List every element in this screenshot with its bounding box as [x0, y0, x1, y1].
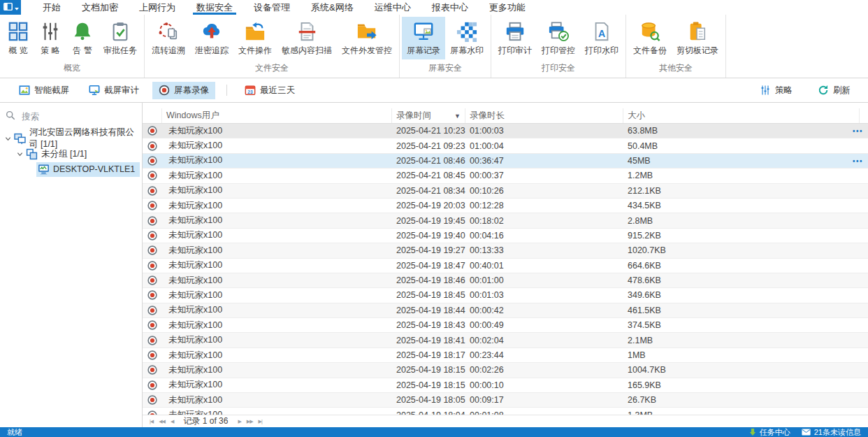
table-row[interactable]: 未知玩家x1002025-04-19 18:45:1100:01:03349.6… — [143, 288, 868, 303]
menu-tab-3[interactable]: 上网行为 — [129, 0, 186, 15]
table-row[interactable]: 未知玩家x1002025-04-19 20:03:5000:12:28434.5… — [143, 199, 868, 213]
cell-size: 1.2MB — [623, 171, 868, 180]
table-row[interactable]: 未知玩家x1002025-04-21 08:46:0400:36:4745MB•… — [143, 154, 868, 169]
status-ready-label: 就绪 — [7, 427, 22, 437]
table-row[interactable]: 未知玩家x1002025-04-19 18:46:1600:01:00478.6… — [143, 273, 868, 288]
menu-tab-4[interactable]: 数据安全 — [186, 0, 243, 15]
row-actions-menu-icon[interactable]: ••• — [853, 127, 863, 135]
ribbon-group-label: 概览 — [2, 62, 142, 78]
tree-node-desktop-vlktle1[interactable]: DESKTOP-VLKTLE1 — [0, 162, 142, 177]
cell-record-time: 2025-04-19 18:47:17 — [392, 261, 465, 271]
ribbon-item-folder-back[interactable]: 文件操作 — [233, 17, 277, 59]
table-row[interactable]: 未知玩家x1002025-04-21 08:45:2600:00:371.2MB — [143, 169, 868, 183]
table-row[interactable]: 未知玩家x1002025-04-19 18:47:1700:40:01664.6… — [143, 259, 868, 273]
column-header-label: 大小 — [628, 110, 645, 122]
ribbon-item-clipboard-record[interactable]: 剪切板记录 — [672, 17, 723, 59]
ribbon-item-folder-out[interactable]: 文件外发管控 — [337, 17, 397, 59]
tree-node-河北安固云网络科技有限公司-1-1-[interactable]: 河北安固云网络科技有限公司 [1/1] — [0, 131, 142, 146]
table-row[interactable]: 未知玩家x1002025-04-19 18:17:4600:23:441MB — [143, 348, 868, 363]
column-header-size[interactable]: 大小 — [623, 108, 860, 123]
ribbon-item-leak-cloud[interactable]: 泄密追踪 — [190, 17, 233, 59]
menu-tab-5[interactable]: 设备管理 — [243, 0, 301, 15]
pagination-bar: |◀◀◀◀记录 1 of 36▶▶▶▶| — [143, 415, 868, 427]
cell-record-duration: 01:00:03 — [465, 126, 623, 136]
chevron-down-icon — [15, 2, 19, 13]
cell-record-duration: 00:04:16 — [465, 231, 623, 241]
table-row[interactable]: 未知玩家x1002025-04-21 10:23:0901:00:0363.8M… — [143, 124, 868, 138]
next-fast-button[interactable]: ▶▶ — [244, 419, 256, 424]
cell-record-duration: 00:01:00 — [465, 275, 623, 285]
cell-size: 349.6KB — [623, 290, 868, 300]
menu-tab-8[interactable]: 报表中心 — [421, 0, 479, 15]
table-row[interactable]: 未知玩家x1002025-04-19 18:15:0900:00:10165.9… — [143, 378, 868, 393]
chevron-down-icon[interactable] — [15, 151, 24, 157]
column-header-windows-user[interactable]: Windows用户 — [162, 108, 392, 123]
table-row[interactable]: 未知玩家x1002025-04-21 09:23:0501:00:0450.4M… — [143, 138, 868, 153]
table-row[interactable]: 未知玩家x1002025-04-19 18:44:2800:00:42461.5… — [143, 303, 868, 318]
ribbon-item-db-backup[interactable]: 文件备份 — [628, 17, 672, 59]
toolbar-button-sliders-blue[interactable]: 策略 — [753, 82, 799, 99]
sort-caret-icon[interactable]: ▼ — [450, 113, 461, 120]
ribbon-item-alert-bell[interactable]: 告 警 — [66, 17, 99, 59]
ribbon-item-doc-scan[interactable]: 敏感内容扫描 — [277, 17, 337, 59]
toolbar-button-capture-audit[interactable]: 截屏审计 — [82, 82, 145, 99]
status-item-mail[interactable]: 21条未读信息 — [802, 427, 861, 437]
last-page-button[interactable]: ▶| — [256, 419, 265, 424]
status-item-label: 任务中心 — [760, 427, 790, 437]
ribbon-item-pixel-grid[interactable]: 屏幕水印 — [445, 17, 489, 59]
table-row[interactable]: 未知玩家x1002025-04-19 18:05:5000:09:1726.7K… — [143, 393, 868, 408]
header-gutter — [860, 108, 868, 123]
table-row[interactable]: 未知玩家x1002025-04-19 19:45:1200:18:022.8MB — [143, 213, 868, 228]
next-page-button[interactable]: ▶ — [235, 419, 243, 424]
cell-record-duration: 00:02:26 — [465, 365, 623, 375]
table-row[interactable]: 未知玩家x1002025-04-19 18:41:3100:02:042.1MB — [143, 333, 868, 348]
menu-tab-9[interactable]: 更多功能 — [479, 0, 536, 15]
ribbon-item-trace-cycle[interactable]: 流转追溯 — [147, 17, 190, 59]
table-row[interactable]: 未知玩家x1002025-04-19 19:40:5400:04:16915.2… — [143, 229, 868, 243]
toolbar-button-smart-capture[interactable]: 智能截屏 — [13, 82, 75, 99]
column-header-label: 录像时间 — [396, 110, 431, 122]
table-row[interactable]: 未知玩家x1002025-04-19 18:15:1900:02:261004.… — [143, 363, 868, 378]
first-page-button[interactable]: |◀ — [147, 419, 156, 424]
ribbon-item-approve-clipboard[interactable]: 审批任务 — [99, 17, 142, 59]
search-input[interactable] — [20, 111, 136, 122]
ribbon-item-label: 文件外发管控 — [342, 45, 392, 57]
row-actions-menu-icon[interactable]: ••• — [853, 157, 863, 164]
chevron-down-icon[interactable] — [3, 136, 13, 142]
menu-tab-2[interactable]: 文档加密 — [71, 0, 129, 15]
prev-fast-button[interactable]: ◀◀ — [156, 419, 168, 424]
statusbar-right: 任务中心21条未读信息 — [749, 427, 861, 437]
ribbon-item-printer-shield[interactable]: 打印管控 — [537, 17, 580, 59]
cell-size: 63.8MB — [623, 126, 868, 136]
status-item-task-down[interactable]: 任务中心 — [749, 427, 790, 437]
cell-windows-user: 未知玩家x100 — [162, 320, 392, 331]
table-row[interactable]: 未知玩家x1002025-04-19 18:43:3800:00:49374.5… — [143, 318, 868, 333]
printer-icon — [504, 20, 526, 43]
app-menu-button[interactable] — [0, 0, 21, 15]
toolbar-button-refresh[interactable]: 刷新 — [811, 82, 857, 99]
cell-windows-user: 未知玩家x100 — [162, 229, 392, 241]
table-row[interactable]: 未知玩家x1002025-04-19 18:04:3900:01:081.3MB — [143, 408, 868, 415]
prev-page-button[interactable]: ◀ — [168, 419, 176, 424]
column-header-record-duration[interactable]: 录像时长 — [465, 108, 623, 123]
table-row[interactable]: 未知玩家x1002025-04-21 08:34:5900:10:26212.1… — [143, 184, 868, 199]
group-node-icon — [26, 148, 38, 160]
sidebar: 河北安固云网络科技有限公司 [1/1]未分组 [1/1]DESKTOP-VLKT… — [0, 103, 143, 427]
ribbon-item-monitor-record[interactable]: 屏幕记录 — [402, 17, 445, 59]
cell-record-duration: 00:01:03 — [465, 290, 623, 300]
ribbon-item-overview-grid[interactable]: 概 览 — [2, 17, 34, 59]
menu-tab-6[interactable]: 系统&网络 — [301, 0, 364, 15]
menu-tab-1[interactable]: 开始 — [32, 0, 71, 15]
tree-node-content: DESKTOP-VLKTLE1 — [36, 162, 140, 177]
table-row[interactable]: 未知玩家x1002025-04-19 19:27:1900:13:331020.… — [143, 243, 868, 258]
records-table: Windows用户录像时间▼录像时长大小 未知玩家x1002025-04-21 … — [143, 103, 868, 427]
toolbar-button-calendar-23[interactable]: 23最近三天 — [238, 82, 301, 99]
pc-node-icon — [38, 164, 50, 175]
ribbon-item-doc-watermark[interactable]: A打印水印 — [580, 17, 623, 59]
ribbon-item-policy-sliders[interactable]: 策 略 — [34, 17, 66, 59]
menu-tab-7[interactable]: 运维中心 — [364, 0, 421, 15]
ribbon-item-label: 泄密追踪 — [195, 45, 229, 57]
toolbar-button-record-dot[interactable]: 屏幕录像 — [152, 82, 215, 99]
ribbon-item-printer[interactable]: 打印审计 — [493, 17, 537, 59]
column-header-record-time[interactable]: 录像时间▼ — [392, 108, 465, 123]
